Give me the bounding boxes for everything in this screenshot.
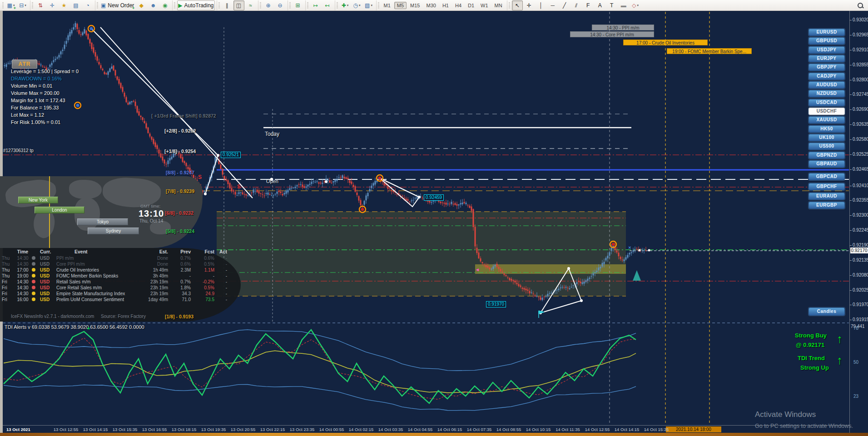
text-tool[interactable]: A xyxy=(595,0,605,10)
price-tag: 0.91970 xyxy=(486,301,506,307)
timeframe-mn[interactable]: MN xyxy=(492,2,505,9)
signal-strong-up: Strong Up xyxy=(800,364,829,371)
new-order-button[interactable]: ▣+New Order xyxy=(100,0,135,10)
info-line: Lot Max = 1.12 xyxy=(11,112,44,118)
cursor-tool[interactable]: ↖ xyxy=(512,0,523,10)
trendline-tool[interactable]: ╱ xyxy=(559,0,570,10)
label-tool[interactable]: T xyxy=(606,0,617,10)
trading-platform-window: ▦+▾⊟▾⇅✛★▤◔▣+New Order◆☻◉▶AutoTrading∥◫≈⊕… xyxy=(0,0,868,436)
news-row[interactable]: Fri14:30USDEmpire State Manufacturing In… xyxy=(2,291,229,297)
bottom-strip xyxy=(0,433,868,436)
chart-text-label: Today xyxy=(265,131,279,137)
timeframe-h1[interactable]: H1 xyxy=(440,2,451,9)
crosshair-tool[interactable]: ✛ xyxy=(524,0,535,10)
news-row[interactable]: Fri14:30USDRetail Sales m/m23h 19m0.7%-0… xyxy=(2,279,229,285)
channel-tool[interactable]: ⫽ xyxy=(571,0,582,10)
templates-button[interactable]: ▧▾ xyxy=(363,0,374,10)
news-row[interactable]: Thu14:30USDPPI m/mDone0.7%0.6%- xyxy=(2,255,229,261)
alerts-icon[interactable]: ◉ xyxy=(159,0,170,10)
symbol-button-euraud[interactable]: EURAUD xyxy=(808,193,845,200)
price-tick: 0.92910 xyxy=(853,47,868,52)
expert-advisors-icon[interactable]: ◆ xyxy=(136,0,147,10)
vertical-line-tool[interactable]: │ xyxy=(536,0,546,10)
time-tick: 13 Oct 23:35 xyxy=(290,427,314,432)
signal-strong-buy: Strong Buy xyxy=(795,332,827,339)
horizontal-line-tool[interactable]: ─ xyxy=(547,0,558,10)
price-tick: 0.92025 xyxy=(853,287,868,292)
price-tick: 0.92135 xyxy=(853,258,868,263)
symbol-button-usdchf[interactable]: USDCHF xyxy=(808,108,845,115)
murrey-level-label: [6/8] - 0.9232 xyxy=(165,210,193,216)
symbol-button-uk100[interactable]: UK100 xyxy=(808,134,845,141)
profiles-button[interactable]: ⊟▾ xyxy=(17,0,28,10)
candlestick-chart-button[interactable]: ◫ xyxy=(233,0,244,10)
news-row[interactable]: Fri16:00USDPrelim UoM Consumer Sentiment… xyxy=(2,297,229,302)
murrey-level-label: [+1/8] - 0.9254 xyxy=(164,149,196,154)
price-axis[interactable]: 0.930200.929650.929100.928550.928000.927… xyxy=(849,11,868,433)
symbol-button-usdjpy[interactable]: USDJPY xyxy=(808,46,845,54)
symbol-button-us500[interactable]: US500 xyxy=(808,143,845,150)
time-tick: 14 Oct 00:55 xyxy=(319,427,344,432)
symbol-button-gbpnzd[interactable]: GBPNZD xyxy=(808,152,845,159)
timeframe-m1[interactable]: M1 xyxy=(381,2,393,9)
symbol-button-eurgbp[interactable]: EURGBP xyxy=(808,202,845,209)
navigator-button[interactable]: ★ xyxy=(59,0,69,10)
fibonacci-tool[interactable]: F xyxy=(583,0,594,10)
news-row[interactable]: Fri14:30USDCore Retail Sales m/m23h 19m1… xyxy=(2,285,229,291)
murrey-level-label: [1/8] - 0.9193 xyxy=(165,314,193,319)
symbol-button-eurusd[interactable]: EURUSD xyxy=(808,29,845,36)
info-line: For Risk 1.00% = 0.01 xyxy=(11,119,60,125)
symbol-button-eurjpy[interactable]: EURJPY xyxy=(808,55,845,62)
symbol-button-cadjpy[interactable]: CADJPY xyxy=(808,73,845,80)
data-window-button[interactable]: ✛ xyxy=(47,0,58,10)
chart-shift-button[interactable]: ↤ xyxy=(322,0,333,10)
toolbar-group: ⊕⊖ xyxy=(258,0,288,10)
timeframe-m30[interactable]: M30 xyxy=(424,2,439,9)
symbol-button-gbpjpy[interactable]: GBPJPY xyxy=(808,64,845,71)
timeframe-d1[interactable]: D1 xyxy=(465,2,477,9)
line-chart-button[interactable]: ≈ xyxy=(245,0,256,10)
symbol-button-xauusd[interactable]: XAUUSD xyxy=(808,116,845,124)
tile-windows-button[interactable]: ⊞ xyxy=(293,0,303,10)
autotrading-button[interactable]: ▶AutoTrading xyxy=(177,0,214,10)
symbol-button-gbpcad[interactable]: GBPCAD xyxy=(808,173,845,180)
timeframe-m5[interactable]: M5 xyxy=(394,2,407,9)
community-icon[interactable]: ☻ xyxy=(148,0,159,10)
strategy-tester-button[interactable]: ◔ xyxy=(82,0,93,10)
timeframe-m15[interactable]: M15 xyxy=(407,2,422,9)
news-row[interactable]: Thu19:00USDFOMC Member Barkin Speaks3h 4… xyxy=(2,273,229,279)
candles-button[interactable]: Candles xyxy=(808,307,845,316)
murrey-level-label: [8/8] - 0.9247 xyxy=(166,170,194,175)
news-row[interactable]: Thu17:00USDCrude Oil Inventories1h 49m2.… xyxy=(2,267,229,273)
symbol-button-usdcad[interactable]: USDCAD xyxy=(808,99,845,106)
symbol-button-hk50[interactable]: HK50 xyxy=(808,125,845,133)
timeframe-h4[interactable]: H4 xyxy=(452,2,464,9)
terminal-button[interactable]: ▤ xyxy=(70,0,81,10)
bar-chart-button[interactable]: ∥ xyxy=(222,0,233,10)
symbol-button-nzdusd[interactable]: NZDUSD xyxy=(808,90,845,97)
symbol-button-audusd[interactable]: AUDUSD xyxy=(808,81,845,89)
symbol-button-gbpusd[interactable]: GBPUSD xyxy=(808,37,845,45)
price-tick: 0.92745 xyxy=(853,92,868,97)
time-tick: 14 Oct 07:35 xyxy=(467,427,491,432)
arrows-tool[interactable]: ◇▾ xyxy=(630,0,641,10)
zoom-out-button[interactable]: ⊖ xyxy=(275,0,286,10)
symbol-button-gbpchf[interactable]: GBPCHF xyxy=(808,183,845,190)
symbol-button-gbpaud[interactable]: GBPAUD xyxy=(808,160,845,168)
shapes-tool[interactable]: ▬ xyxy=(618,0,629,10)
news-row[interactable]: Thu14:30USDCore PPI m/mDone0.6%0.5%- xyxy=(2,261,229,267)
time-axis[interactable]: 13 Oct 2021 2021.10.14 18:00 13 Oct 12:5… xyxy=(3,425,849,433)
periods-button[interactable]: ◷▾ xyxy=(352,0,362,10)
auto-scroll-button[interactable]: ↦ xyxy=(310,0,321,10)
tdi-alert-arrow: ▲ xyxy=(86,325,91,330)
time-tick: 14 Oct 06:15 xyxy=(437,427,462,432)
new-chart-button[interactable]: ▦+▾ xyxy=(5,0,16,10)
toolbar-group: ⇅✛★▤◔ xyxy=(30,0,95,10)
zoom-in-button[interactable]: ⊕ xyxy=(263,0,274,10)
market-watch-button[interactable]: ⇅ xyxy=(35,0,46,10)
activate-windows-watermark-sub: Go to PC settings to activate Windows. xyxy=(755,423,853,429)
timeframe-w1[interactable]: W1 xyxy=(478,2,491,9)
search-icon[interactable] xyxy=(857,2,863,9)
indicators-button[interactable]: ✚▾ xyxy=(340,0,351,10)
atr-button[interactable]: ATR xyxy=(12,59,37,69)
